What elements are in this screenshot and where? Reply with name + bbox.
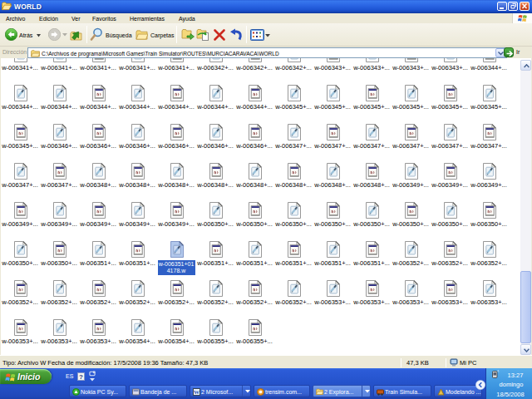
svg-text:W: W	[194, 389, 200, 396]
